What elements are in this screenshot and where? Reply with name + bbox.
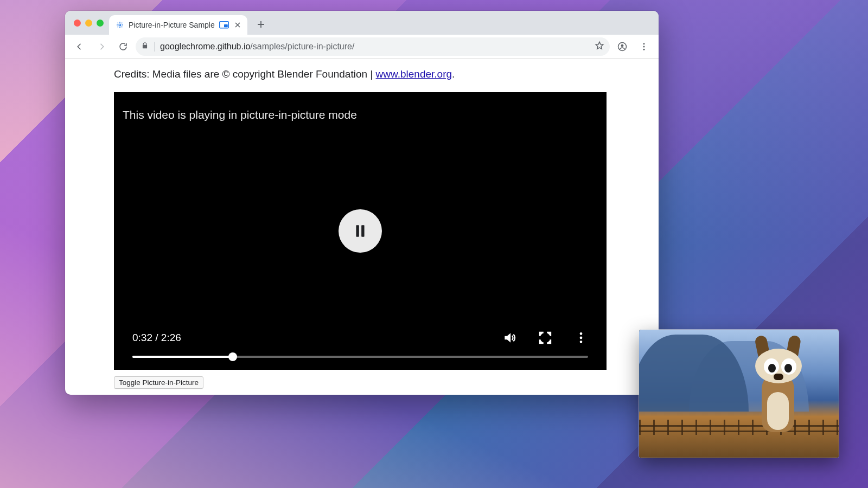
forward-button[interactable]: [92, 37, 111, 56]
credits-line: Credits: Media files are © copyright Ble…: [114, 68, 613, 80]
video-progress-thumb[interactable]: [228, 352, 237, 361]
bookmark-star-icon[interactable]: [595, 41, 604, 53]
pip-video-frame: [639, 330, 839, 458]
toggle-pip-button[interactable]: Toggle Picture-in-Picture: [114, 376, 203, 389]
window-close-button[interactable]: [74, 20, 81, 27]
video-player[interactable]: This video is playing in picture-in-pict…: [114, 92, 607, 370]
window-minimize-button[interactable]: [85, 20, 92, 27]
credits-link[interactable]: www.blender.org: [376, 68, 452, 80]
svg-point-4: [621, 44, 624, 47]
pip-character: [745, 351, 810, 432]
svg-rect-9: [361, 225, 364, 237]
window-controls: [71, 11, 109, 35]
svg-point-7: [643, 48, 645, 50]
url-text: googlechrome.github.io/samples/picture-i…: [160, 42, 589, 52]
video-progress-fill: [132, 356, 233, 358]
pip-status-text: This video is playing in picture-in-pict…: [123, 108, 357, 121]
browser-window: Picture-in-Picture Sample: [65, 11, 659, 395]
svg-rect-2: [224, 24, 228, 27]
credits-prefix: Credits: Media files are © copyright Ble…: [114, 68, 376, 80]
window-zoom-button[interactable]: [97, 20, 104, 27]
browser-menu-button[interactable]: [635, 37, 653, 56]
pip-indicator-icon: [219, 21, 229, 29]
new-tab-button[interactable]: [253, 16, 269, 33]
browser-tab[interactable]: Picture-in-Picture Sample: [109, 15, 247, 35]
fullscreen-icon[interactable]: [538, 331, 552, 345]
tab-favicon: [116, 21, 124, 29]
page-content: Credits: Media files are © copyright Ble…: [65, 59, 659, 395]
svg-rect-8: [356, 225, 359, 237]
video-controls: 0:32 / 2:26: [114, 331, 607, 370]
video-time-sep: /: [152, 332, 161, 343]
video-time-duration: 2:26: [161, 332, 181, 343]
svg-point-5: [643, 43, 645, 44]
url-path: /samples/picture-in-picture/: [250, 42, 354, 52]
browser-toolbar: googlechrome.github.io/samples/picture-i…: [65, 35, 659, 59]
pause-button[interactable]: [339, 209, 382, 253]
tab-close-button[interactable]: [233, 21, 242, 29]
tab-title: Picture-in-Picture Sample: [129, 21, 215, 29]
omnibox-separator: [154, 42, 155, 52]
pip-window[interactable]: [639, 330, 839, 458]
video-time-current: 0:32: [132, 332, 152, 343]
video-time: 0:32 / 2:26: [132, 332, 181, 344]
svg-point-12: [580, 341, 583, 343]
svg-point-0: [119, 24, 121, 26]
video-more-icon[interactable]: [574, 331, 588, 345]
url-host: googlechrome.github.io: [160, 42, 250, 52]
video-progress-bar[interactable]: [132, 356, 588, 358]
lock-icon: [141, 42, 149, 52]
back-button[interactable]: [71, 37, 89, 56]
credits-suffix: .: [452, 68, 455, 80]
volume-icon[interactable]: [502, 331, 516, 345]
address-bar[interactable]: googlechrome.github.io/samples/picture-i…: [136, 37, 610, 56]
svg-point-11: [580, 337, 583, 339]
svg-point-6: [643, 46, 645, 47]
svg-point-10: [580, 332, 583, 335]
profile-button[interactable]: [613, 37, 631, 56]
tab-strip: Picture-in-Picture Sample: [65, 11, 659, 35]
reload-button[interactable]: [114, 37, 132, 56]
